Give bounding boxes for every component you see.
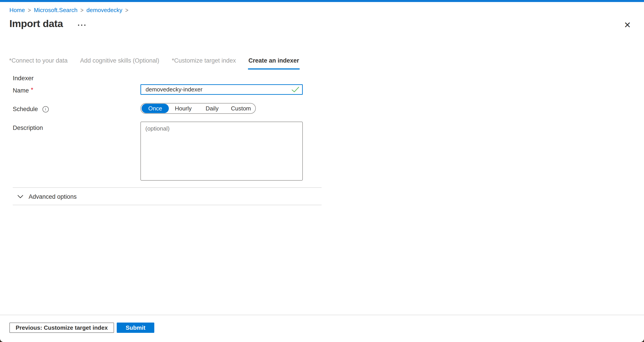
- ellipsis-icon: [78, 24, 79, 26]
- divider: [13, 187, 322, 188]
- previous-step-button[interactable]: Previous: Customize target index: [10, 322, 114, 333]
- chevron-down-icon: [18, 195, 23, 198]
- description-textarea[interactable]: [140, 122, 303, 180]
- schedule-field-label: Schedule i: [13, 106, 49, 113]
- breadcrumb: Home > Microsoft.Search > demovedecky >: [10, 7, 131, 14]
- info-icon[interactable]: i: [42, 106, 49, 112]
- schedule-label-text: Schedule: [13, 106, 38, 113]
- context-menu-button[interactable]: [76, 20, 88, 30]
- schedule-option-daily[interactable]: Daily: [198, 105, 226, 112]
- wizard-tabs: *Connect to your data Add cognitive skil…: [9, 56, 300, 70]
- advanced-options-label: Advanced options: [28, 193, 77, 200]
- check-icon: [292, 87, 299, 92]
- ellipsis-icon: [84, 24, 86, 26]
- tab-connect-to-your-data[interactable]: *Connect to your data: [9, 56, 68, 70]
- page-title: Import data: [10, 18, 63, 30]
- indexer-section-heading: Indexer: [13, 75, 34, 82]
- tab-label: Create an indexer: [248, 57, 299, 64]
- tab-create-an-indexer[interactable]: Create an indexer: [248, 56, 300, 70]
- advanced-options-toggle[interactable]: Advanced options: [18, 191, 77, 202]
- breadcrumb-link-home[interactable]: Home: [10, 7, 25, 14]
- name-label-text: Name: [13, 87, 29, 94]
- window-corner: [0, 338, 4, 342]
- schedule-option-hourly[interactable]: Hourly: [169, 105, 198, 112]
- submit-button[interactable]: Submit: [117, 322, 154, 333]
- ellipsis-icon: [81, 24, 82, 26]
- close-icon: ✕: [624, 20, 631, 30]
- active-tab-underline: [248, 68, 300, 70]
- description-field-label: Description: [13, 124, 43, 132]
- tab-add-cognitive-skills[interactable]: Add cognitive skills (Optional): [80, 56, 160, 70]
- indexer-name-input[interactable]: [140, 84, 303, 95]
- schedule-option-custom[interactable]: Custom: [226, 105, 255, 112]
- chevron-right-icon: >: [125, 6, 128, 14]
- schedule-segmented-control: Once Hourly Daily Custom: [140, 103, 256, 114]
- window-corner: [640, 338, 644, 342]
- close-button[interactable]: ✕: [621, 19, 634, 31]
- breadcrumb-link-demovedecky[interactable]: demovedecky: [86, 7, 122, 14]
- chevron-right-icon: >: [80, 6, 84, 14]
- name-field-label: Name *: [13, 87, 33, 94]
- divider: [13, 205, 322, 205]
- portal-top-accent-bar: [0, 0, 644, 2]
- tab-customize-target-index[interactable]: *Customize target index: [171, 56, 236, 70]
- schedule-option-once[interactable]: Once: [142, 104, 169, 113]
- required-asterisk: *: [31, 86, 33, 94]
- breadcrumb-link-microsoft-search[interactable]: Microsoft.Search: [34, 7, 77, 14]
- footer-divider: [0, 315, 644, 315]
- chevron-right-icon: >: [28, 6, 31, 14]
- description-label-text: Description: [13, 124, 43, 132]
- name-field: [140, 84, 303, 95]
